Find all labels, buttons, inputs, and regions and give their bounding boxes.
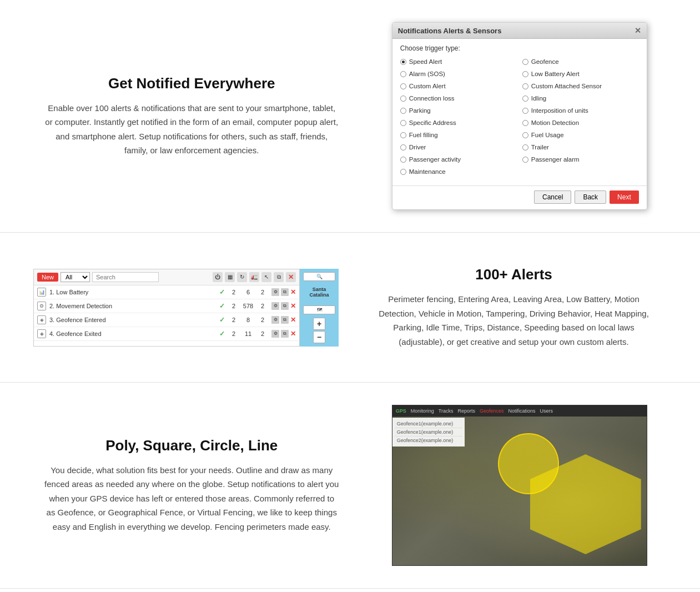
map-search-icon[interactable]: 🔍 bbox=[303, 272, 335, 281]
arrow-icon[interactable]: ↖ bbox=[261, 272, 271, 282]
option-driver[interactable]: Driver bbox=[400, 142, 517, 152]
delete-row-3[interactable]: ✕ bbox=[290, 316, 296, 324]
geo-nav-tracks[interactable]: Tracks bbox=[439, 408, 454, 414]
geo-nav-geofences[interactable]: Geofences bbox=[480, 408, 504, 414]
alert-num3-3: 2 bbox=[257, 317, 268, 323]
filter-select[interactable]: All bbox=[61, 272, 90, 282]
option-custom-alert[interactable]: Custom Alert bbox=[400, 81, 517, 91]
option-fuel-usage[interactable]: Fuel Usage bbox=[522, 130, 639, 140]
search-input[interactable] bbox=[92, 272, 159, 282]
radio-fuel-filling[interactable] bbox=[400, 132, 406, 138]
cancel-button[interactable]: Cancel bbox=[534, 190, 571, 204]
option-geofence[interactable]: Geofence bbox=[522, 57, 639, 67]
alert-row-2[interactable]: ⚙ 2. Movement Detection ✓ 2 578 2 ⚙ ⧉ ✕ bbox=[34, 299, 299, 313]
option-label-driver: Driver bbox=[409, 144, 426, 150]
close-list-icon[interactable]: ✕ bbox=[286, 272, 296, 282]
option-parking[interactable]: Parking bbox=[400, 106, 517, 116]
settings-icon-4[interactable]: ⚙ bbox=[271, 330, 279, 338]
radio-specific-address[interactable] bbox=[400, 120, 406, 126]
geofence-description: You decide, what solution fits best for … bbox=[44, 463, 339, 534]
settings-icon-3[interactable]: ⚙ bbox=[271, 316, 279, 324]
radio-fuel-usage[interactable] bbox=[522, 132, 528, 138]
radio-alarm[interactable] bbox=[400, 71, 406, 77]
copy-row-icon-2[interactable]: ⧉ bbox=[281, 302, 289, 310]
geo-nav-monitoring[interactable]: Monitoring bbox=[411, 408, 434, 414]
option-custom-attached[interactable]: Custom Attached Sensor bbox=[522, 81, 639, 91]
option-alarm[interactable]: Alarm (SOS) bbox=[400, 69, 517, 79]
alert-actions-2: ⚙ ⧉ ✕ bbox=[271, 302, 296, 310]
grid-icon[interactable]: ▦ bbox=[225, 272, 235, 282]
radio-maintenance[interactable] bbox=[400, 169, 406, 175]
option-label-alarm: Alarm (SOS) bbox=[409, 71, 445, 77]
radio-speed-alert[interactable] bbox=[400, 59, 406, 65]
delete-row-2[interactable]: ✕ bbox=[290, 302, 296, 310]
copy-row-icon-1[interactable]: ⧉ bbox=[281, 288, 289, 296]
option-trailer[interactable]: Trailer bbox=[522, 142, 639, 152]
option-motion-detection[interactable]: Motion Detection bbox=[522, 118, 639, 128]
back-button[interactable]: Back bbox=[575, 190, 606, 204]
copy-row-icon-4[interactable]: ⧉ bbox=[281, 330, 289, 338]
option-empty bbox=[522, 167, 639, 177]
option-label-custom-attached: Custom Attached Sensor bbox=[531, 83, 602, 89]
power-icon[interactable]: ⏻ bbox=[213, 272, 223, 282]
radio-low-battery[interactable] bbox=[522, 71, 528, 77]
alert-num3-2: 2 bbox=[257, 303, 268, 309]
radio-interposition[interactable] bbox=[522, 108, 528, 114]
next-button[interactable]: Next bbox=[610, 190, 639, 204]
option-label-maintenance: Maintenance bbox=[409, 168, 446, 175]
delete-row-4[interactable]: ✕ bbox=[290, 330, 296, 338]
delete-row-1[interactable]: ✕ bbox=[290, 288, 296, 296]
radio-motion-detection[interactable] bbox=[522, 120, 528, 126]
option-fuel-filling[interactable]: Fuel filling bbox=[400, 130, 517, 140]
option-low-battery-alert[interactable]: Low Battery Alert bbox=[522, 69, 639, 79]
option-passenger-activity[interactable]: Passenger activity bbox=[400, 154, 517, 164]
truck-icon[interactable]: 🚛 bbox=[249, 272, 259, 282]
option-label-passenger-alarm: Passenger alarm bbox=[531, 156, 580, 163]
option-speed-alert[interactable]: Speed Alert bbox=[400, 57, 517, 67]
radio-driver[interactable] bbox=[400, 144, 406, 150]
settings-icon-2[interactable]: ⚙ bbox=[271, 302, 279, 310]
refresh-icon[interactable]: ↻ bbox=[237, 272, 247, 282]
alert-num1-3: 2 bbox=[228, 317, 239, 323]
radio-custom-alert[interactable] bbox=[400, 83, 406, 89]
option-passenger-alarm[interactable]: Passenger alarm bbox=[522, 154, 639, 164]
section-alerts: 100+ Alerts Perimeter fencing, Entering … bbox=[0, 233, 700, 383]
option-connection-loss[interactable]: Connection loss bbox=[400, 93, 517, 103]
alert-row-4[interactable]: ◈ 4. Geofence Exited ✓ 2 11 2 ⚙ ⧉ ✕ bbox=[34, 327, 299, 341]
geo-item-3[interactable]: Geofence2(example.one) bbox=[395, 437, 462, 444]
option-label-trailer: Trailer bbox=[531, 144, 549, 150]
zoom-out-button[interactable]: − bbox=[313, 331, 325, 343]
option-maintenance[interactable]: Maintenance bbox=[400, 167, 517, 177]
settings-icon-1[interactable]: ⚙ bbox=[271, 288, 279, 296]
alert-row-3[interactable]: ◈ 3. Geofence Entered ✓ 2 8 2 ⚙ ⧉ ✕ bbox=[34, 313, 299, 327]
new-alert-button[interactable]: New bbox=[37, 273, 58, 282]
geo-item-2[interactable]: Geofence1(example.one) bbox=[395, 428, 462, 437]
geo-nav-notifications[interactable]: Notifications bbox=[508, 408, 536, 414]
radio-passenger-alarm[interactable] bbox=[522, 157, 528, 163]
option-interposition[interactable]: Interposition of units bbox=[522, 106, 639, 116]
radio-passenger-activity[interactable] bbox=[400, 157, 406, 163]
close-icon[interactable]: ✕ bbox=[634, 26, 641, 35]
map-layers-icon[interactable]: 🗺 bbox=[303, 305, 335, 314]
alert-num3-4: 2 bbox=[257, 330, 268, 337]
geo-nav-reports[interactable]: Reports bbox=[457, 408, 475, 414]
alert-row-1[interactable]: 📊 1. Low Battery ✓ 2 6 2 ⚙ ⧉ ✕ bbox=[34, 285, 299, 299]
copy-icon[interactable]: ⧉ bbox=[274, 272, 284, 282]
option-label-geofence: Geofence bbox=[531, 58, 559, 65]
geo-item-1[interactable]: Geofence1(example.one) bbox=[395, 420, 462, 428]
zoom-in-button[interactable]: + bbox=[313, 318, 325, 330]
copy-row-icon-3[interactable]: ⧉ bbox=[281, 316, 289, 324]
radio-custom-attached[interactable] bbox=[522, 83, 528, 89]
option-specific-address[interactable]: Specific Address bbox=[400, 118, 517, 128]
radio-trailer[interactable] bbox=[522, 144, 528, 150]
option-label-custom-alert: Custom Alert bbox=[409, 83, 446, 89]
radio-connection-loss[interactable] bbox=[400, 96, 406, 102]
alert-num2-2: 578 bbox=[243, 303, 254, 309]
geo-nav-users[interactable]: Users bbox=[540, 408, 553, 414]
option-idling[interactable]: Idling bbox=[522, 93, 639, 103]
radio-idling[interactable] bbox=[522, 96, 528, 102]
radio-parking[interactable] bbox=[400, 108, 406, 114]
alert-icon-battery: 📊 bbox=[37, 288, 46, 297]
radio-geofence[interactable] bbox=[522, 59, 528, 65]
alert-check-1: ✓ bbox=[219, 288, 225, 296]
